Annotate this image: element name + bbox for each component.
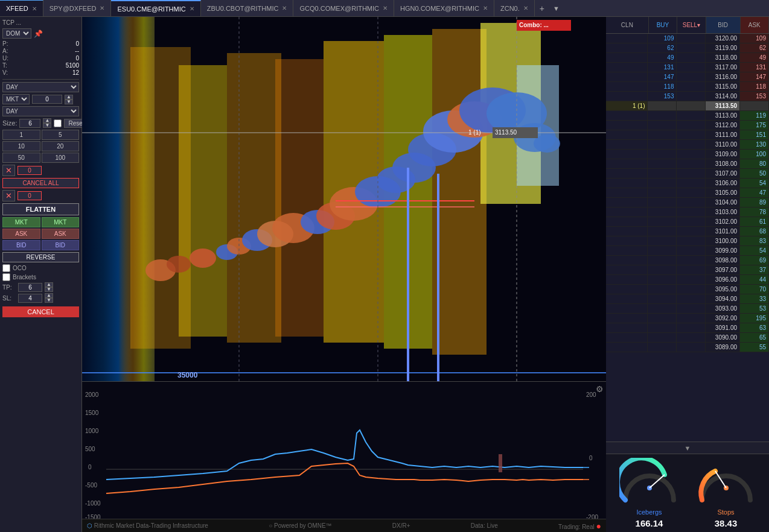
reverse-button[interactable]: REVERSE [2, 252, 79, 262]
dom-row[interactable]: 49 3118.00 49 [606, 53, 769, 63]
dom-collapse[interactable]: ▼ [606, 442, 769, 454]
tp-down[interactable]: ▼ [45, 287, 53, 292]
tab-add-button[interactable]: + [535, 4, 549, 13]
tab-gcq0-close[interactable]: ✕ [383, 5, 388, 11]
dom-cell-value: 50 [740, 169, 769, 178]
dom-row[interactable]: 3093.00 53 [606, 304, 769, 314]
quick-100-btn[interactable]: 100 [42, 153, 80, 163]
dom-cell-price: 3107.00 [706, 169, 740, 178]
tab-hgn0-close[interactable]: ✕ [483, 5, 488, 11]
dom-row[interactable]: 3104.00 89 [606, 198, 769, 207]
bid2-button[interactable]: BID [42, 240, 80, 250]
tab-gcq0[interactable]: GCQ0.COMEX@RITHMIC ✕ [293, 0, 394, 16]
brackets-checkbox[interactable] [2, 273, 10, 281]
tab-esu0[interactable]: ESU0.CME@RITHMIC ✕ [111, 0, 200, 16]
dom-row[interactable]: 3107.00 50 [606, 169, 769, 179]
dom-cell-buy [648, 101, 677, 110]
dom-cell-value: 55 [740, 343, 769, 352]
tab-zcn0[interactable]: ZCN0. ✕ [494, 0, 535, 16]
cancel-x2-button[interactable]: ✕ [2, 190, 15, 201]
dom-row[interactable]: 3106.00 54 [606, 179, 769, 188]
tab-spy-close[interactable]: ✕ [100, 5, 104, 11]
pin-button[interactable]: 📌 [34, 28, 43, 39]
dom-row[interactable]: 3110.00 130 [606, 140, 769, 150]
day-select-1[interactable]: DAY [2, 82, 79, 92]
ask1-button[interactable]: ASK [2, 229, 40, 239]
dom-row[interactable]: 3097.00 37 [606, 265, 769, 275]
tab-scroll-arrow[interactable]: ▼ [549, 5, 563, 12]
dom-row[interactable]: 3101.00 68 [606, 227, 769, 236]
tab-xfeed[interactable]: XFEED ✕ [0, 0, 43, 16]
settings-icon[interactable]: ⚙ [596, 384, 604, 394]
dom-cell-price: 3093.00 [706, 304, 740, 313]
order-qty-input[interactable] [32, 95, 62, 104]
dom-row[interactable]: 3096.00 44 [606, 275, 769, 285]
dom-row[interactable]: 147 3116.00 147 [606, 72, 769, 82]
cancel-all-button[interactable]: CANCEL ALL [2, 178, 79, 188]
dom-row[interactable]: 3095.00 70 [606, 285, 769, 294]
dom-row[interactable]: 3090.00 65 [606, 333, 769, 343]
dom-cell-price: 3095.00 [706, 285, 740, 294]
flatten-button[interactable]: FLATTEN [2, 203, 79, 215]
quick-1-btn[interactable]: 1 [2, 130, 40, 140]
qty-down[interactable]: ▼ [65, 100, 73, 104]
cancel-val-input[interactable] [18, 166, 42, 175]
quick-50-btn[interactable]: 50 [2, 153, 40, 163]
bid1-button[interactable]: BID [2, 240, 40, 250]
dom-row[interactable]: 3109.00 100 [606, 150, 769, 159]
dom-row[interactable]: 153 3114.00 153 [606, 92, 769, 101]
dom-row[interactable]: 1 (1) 3113.50 [606, 101, 769, 111]
mkt2-button[interactable]: MKT [42, 217, 80, 227]
dom-row[interactable]: 3099.00 54 [606, 246, 769, 256]
quick-5-btn[interactable]: 5 [42, 130, 80, 140]
dom-row[interactable]: 3112.00 175 [606, 121, 769, 130]
size-input[interactable] [19, 119, 40, 128]
dom-row[interactable]: 3094.00 33 [606, 294, 769, 304]
tab-zbu0-close[interactable]: ✕ [282, 5, 287, 11]
tp-input[interactable] [18, 283, 42, 292]
tab-spy[interactable]: SPY@DXFEED ✕ [43, 0, 112, 16]
tab-xfeed-close[interactable]: ✕ [32, 5, 37, 12]
dom-row[interactable]: 118 3115.00 118 [606, 82, 769, 92]
quick-10-btn[interactable]: 10 [2, 141, 40, 151]
sl-input[interactable] [18, 294, 42, 303]
dom-select[interactable]: DOM [2, 28, 31, 39]
dom-row[interactable]: 62 3119.00 62 [606, 43, 769, 53]
dom-row[interactable]: 109 3120.00 109 [606, 34, 769, 43]
mkt1-button[interactable]: MKT [2, 217, 40, 227]
size-down[interactable]: ▼ [43, 123, 51, 128]
cancel-val2-input[interactable] [18, 191, 42, 200]
size-checkbox[interactable] [54, 119, 62, 127]
dom-row[interactable]: 3100.00 83 [606, 236, 769, 246]
day-select-2[interactable]: DAY [2, 106, 79, 116]
dom-row[interactable]: 3089.00 55 [606, 343, 769, 352]
dom-row[interactable]: 3105.00 47 [606, 188, 769, 198]
dom-row[interactable]: 3113.00 119 [606, 111, 769, 121]
sl-down[interactable]: ▼ [45, 298, 53, 303]
ask2-button[interactable]: ASK [42, 229, 80, 239]
dom-row[interactable]: 3108.00 80 [606, 159, 769, 169]
right-side: CLN BUY SELL▾ BID ASK 109 3120.00 109 62… [606, 17, 769, 532]
quick-20-btn[interactable]: 20 [42, 141, 80, 151]
dom-row[interactable]: 3092.00 195 [606, 314, 769, 323]
tab-zcn0-close[interactable]: ✕ [523, 5, 528, 11]
dom-row[interactable]: 131 3117.00 131 [606, 63, 769, 72]
dom-row[interactable]: 3111.00 151 [606, 130, 769, 140]
oco-checkbox[interactable] [2, 264, 10, 272]
v-row: V: 12 [2, 69, 79, 76]
dom-row[interactable]: 3102.00 61 [606, 217, 769, 227]
tab-zbu0[interactable]: ZBU0.CBOT@RITHMIC ✕ [201, 0, 294, 16]
dom-row[interactable]: 3103.00 78 [606, 207, 769, 217]
dom-row[interactable]: 3091.00 63 [606, 323, 769, 333]
order-type-select[interactable]: MKT [2, 94, 30, 104]
tab-hgn0[interactable]: HGN0.COMEX@RITHMIC ✕ [394, 0, 494, 16]
cancel-x-button[interactable]: ✕ [2, 165, 15, 176]
dom-cell-buy [648, 323, 677, 332]
svg-rect-5 [275, 59, 324, 337]
brackets-row: Brackets [2, 273, 79, 281]
tab-esu0-close[interactable]: ✕ [190, 5, 194, 12]
rithmic-label: ⬡ Rithmic Market Data-Trading Infrastruc… [87, 522, 208, 529]
cancel-button[interactable]: CANCEL [2, 306, 79, 317]
dom-row[interactable]: 3098.00 69 [606, 256, 769, 265]
dom-cell-sell [677, 256, 706, 265]
